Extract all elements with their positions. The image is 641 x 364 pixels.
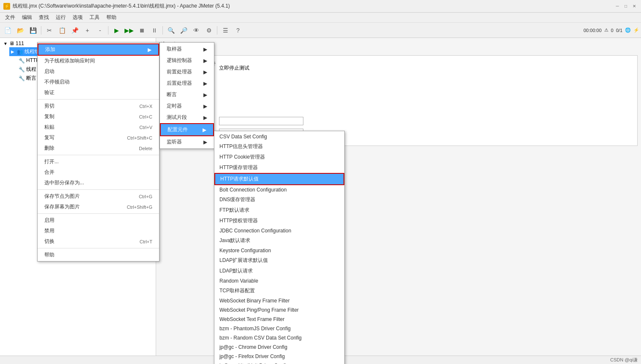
thread-icon: 🔧	[19, 67, 25, 73]
toggle-icon-tg: ▶	[11, 49, 17, 54]
ctx-toggle[interactable]: 切换 Ctrl+T	[38, 236, 159, 247]
cfg-ws-text[interactable]: WebSocket Text Frame Filter	[214, 315, 344, 324]
cfg-random-var[interactable]: Random Variable	[214, 276, 344, 286]
cfg-bolt[interactable]: Bolt Connection Configuration	[214, 185, 344, 194]
copy-button[interactable]: 📋	[56, 24, 68, 36]
ctx-validate-label: 验证	[44, 89, 54, 96]
cfg-ldap-ext[interactable]: LDAP扩展请求默认值	[214, 255, 344, 266]
cut-button[interactable]: ✂	[43, 24, 55, 36]
open-button[interactable]: 📂	[14, 24, 26, 36]
submenu-assertion-label: 断言	[167, 91, 177, 98]
ctx-start-no-pause[interactable]: 不停顿启动	[38, 77, 159, 87]
ctx-delete[interactable]: 删除 Delete	[38, 143, 159, 154]
cfg-http-auth[interactable]: HTTP授权管理器	[214, 216, 344, 226]
minimize-button[interactable]: ─	[614, 3, 621, 10]
timer-display: 00:00:00	[584, 28, 602, 33]
ctx-start[interactable]: 启动	[38, 66, 159, 77]
cfg-jdbc[interactable]: JDBC Connection Configuration	[214, 226, 344, 235]
maximize-button[interactable]: □	[622, 3, 629, 10]
ctx-sni-shortcut: Ctrl+G	[139, 194, 152, 199]
start-no-pause-button[interactable]: ▶▶	[123, 24, 135, 36]
cfg-ws-ping[interactable]: WebSocket Ping/Pong Frame Filter	[214, 305, 344, 315]
cfg-ldap[interactable]: LDAP默认请求	[214, 266, 344, 276]
cfg-java[interactable]: Java默认请求	[214, 235, 344, 246]
cfg-http-cache[interactable]: HTTP缓存管理器	[214, 162, 344, 173]
ctx-open[interactable]: 打开...	[38, 156, 159, 167]
submenu-sampler[interactable]: 取样器 ▶	[160, 43, 214, 55]
submenu-fragment[interactable]: 测试片段 ▶	[160, 112, 214, 123]
clear-all-button[interactable]: 🔎	[178, 24, 189, 36]
submenu-logic-arrow: ▶	[203, 58, 207, 64]
cfg-tcp[interactable]: TCP取样器配置	[214, 286, 344, 296]
stop-now-button[interactable]: ⏸	[149, 24, 160, 36]
ctx-copy[interactable]: 复制 Ctrl+C	[38, 111, 159, 122]
ctx-save-node-img[interactable]: 保存节点为图片 Ctrl+G	[38, 191, 159, 202]
menu-options[interactable]: 选项	[69, 13, 86, 22]
ctx-disable[interactable]: 禁用	[38, 226, 159, 236]
ctx-copy-label: 复制	[44, 113, 54, 120]
ctx-add-arrow: ▶	[148, 47, 151, 53]
ctx-help[interactable]: 帮助	[38, 250, 159, 260]
thread-props-row: 线程属性	[165, 78, 632, 86]
list-button[interactable]: ☰	[219, 24, 231, 36]
app-icon: ⚡	[3, 3, 10, 10]
browse-button[interactable]: 👁	[190, 24, 202, 36]
cfg-http-default[interactable]: HTTP请求默认值	[214, 173, 344, 185]
ctx-save-screen-img[interactable]: 保存屏幕为图片 Ctrl+Shift+G	[38, 202, 159, 212]
ctx-merge[interactable]: 合并	[38, 167, 159, 178]
ctx-del-label: 删除	[44, 145, 54, 152]
panel-title: 线程组	[160, 41, 638, 50]
ctx-validate[interactable]: 验证	[38, 87, 159, 98]
submenu-config[interactable]: 配置元件 ▶	[160, 123, 214, 136]
menu-tools[interactable]: 工具	[86, 13, 103, 22]
submenu-sampler-label: 取样器	[167, 46, 182, 53]
cfg-jp-htmlunit[interactable]: jp@gc - HtmlUnit Driver Config	[214, 361, 344, 364]
menu-run[interactable]: 运行	[52, 13, 69, 22]
menu-file[interactable]: 文件	[2, 13, 19, 22]
context-menu: 添加 ▶ 为子线程添加响应时间 启动 不停顿启动 验证 剪切 Ctrl+X 复制…	[37, 42, 160, 262]
ctx-add-label: 添加	[45, 46, 55, 53]
cfg-jp-firefox[interactable]: jp@gc - Firefox Driver Config	[214, 352, 344, 361]
save-button[interactable]: 💾	[27, 24, 39, 36]
submenu-postproc[interactable]: 后置处理器 ▶	[160, 78, 214, 89]
cfg-csv[interactable]: CSV Data Set Config	[214, 132, 344, 141]
cfg-ws-binary[interactable]: WebSocket Binary Frame Filter	[214, 296, 344, 305]
submenu-assertion[interactable]: 断言 ▶	[160, 89, 214, 100]
ctx-add[interactable]: 添加 ▶	[38, 43, 159, 56]
close-button[interactable]: ✕	[631, 3, 638, 10]
cfg-bzm-random-csv[interactable]: bzm - Random CSV Data Set Config	[214, 333, 344, 342]
cfg-http-header[interactable]: HTTP信息头管理器	[214, 141, 344, 152]
duration-input[interactable]	[219, 117, 303, 125]
submenu-config-arrow: ▶	[203, 127, 206, 133]
ctx-cut[interactable]: 剪切 Ctrl+X	[38, 101, 159, 111]
submenu-timer[interactable]: 定时器 ▶	[160, 100, 214, 112]
ctx-enable[interactable]: 启用	[38, 215, 159, 226]
cfg-http-cookie[interactable]: HTTP Cookie管理器	[214, 152, 344, 162]
submenu-listener[interactable]: 监听器 ▶	[160, 136, 214, 148]
submenu-logic[interactable]: 逻辑控制器 ▶	[160, 55, 214, 66]
ctx-paste[interactable]: 粘贴 Ctrl+V	[38, 122, 159, 132]
cfg-keystore[interactable]: Keystore Configuration	[214, 246, 344, 255]
new-button[interactable]: 📄	[2, 24, 14, 36]
expand-button[interactable]: +	[81, 24, 93, 36]
ctx-save-selected[interactable]: 选中部分保存为...	[38, 178, 159, 188]
collapse-button[interactable]: -	[94, 24, 106, 36]
menu-edit[interactable]: 编辑	[19, 13, 35, 22]
cfg-jp-chrome[interactable]: jp@gc - Chrome Driver Config	[214, 342, 344, 352]
clear-button[interactable]: 🔍	[165, 24, 177, 36]
fraction-display: 0/1	[616, 28, 622, 33]
function-button[interactable]: ⚙	[203, 24, 215, 36]
help-button[interactable]: ?	[232, 24, 244, 36]
stop-button[interactable]: ⏹	[136, 24, 148, 36]
submenu-preproc[interactable]: 前置处理器 ▶	[160, 66, 214, 78]
cfg-ftp[interactable]: FTP默认请求	[214, 205, 344, 216]
menu-find[interactable]: 查找	[35, 13, 52, 22]
stop-test-label: 立即停止测试	[219, 65, 249, 72]
start-button[interactable]: ▶	[111, 24, 122, 36]
ctx-add-response-time[interactable]: 为子线程添加响应时间	[38, 56, 159, 66]
cfg-bzm-phantom[interactable]: bzm - PhantomJS Driver Config	[214, 324, 344, 333]
cfg-dns[interactable]: DNS缓存管理器	[214, 194, 344, 205]
menu-help[interactable]: 帮助	[103, 13, 120, 22]
ctx-duplicate[interactable]: 复写 Ctrl+Shift+C	[38, 132, 159, 143]
paste-button[interactable]: 📌	[69, 24, 81, 36]
